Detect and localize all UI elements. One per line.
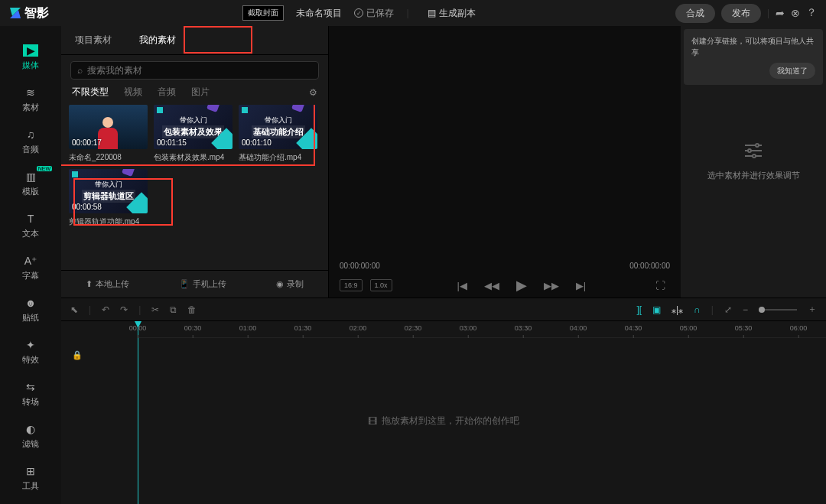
upload-mobile-button[interactable]: 📱手机上传 bbox=[179, 278, 226, 290]
copy-button[interactable]: ⧉ bbox=[170, 304, 177, 315]
pointer-tool-button[interactable]: ⬉ bbox=[70, 304, 78, 315]
asset-thumb[interactable]: 带你入门基础功能介绍00:01:10基础功能介绍.mp4 bbox=[239, 105, 317, 163]
sidebar-label: 转场 bbox=[22, 396, 39, 408]
sidebar-item-6[interactable]: ☻贴纸 bbox=[0, 289, 61, 331]
asset-thumb[interactable]: 00:00:17未命名_220008 bbox=[69, 105, 148, 163]
next-clip-button[interactable]: ▶| bbox=[571, 280, 590, 291]
sidebar-item-2[interactable]: ♫音频 bbox=[0, 121, 61, 163]
filter-audio[interactable]: 音频 bbox=[158, 86, 176, 99]
sidebar-item-8[interactable]: ⇆转场 bbox=[0, 373, 61, 415]
save-status: ✓ 已保存 bbox=[354, 7, 394, 20]
asset-panel: 项目素材 我的素材 ⌕ 不限类型 视频 音频 图片 ⚙ bbox=[61, 26, 329, 298]
ruler-tick: 02:30 bbox=[405, 324, 422, 332]
delete-button[interactable]: 🗑 bbox=[187, 304, 197, 315]
mark-in-button[interactable]: ][ bbox=[636, 304, 642, 315]
upload-icon: ⬆ bbox=[86, 279, 93, 289]
aspect-ratio-button[interactable]: 16:9 bbox=[340, 279, 363, 291]
tip-ok-button[interactable]: 我知道了 bbox=[769, 63, 815, 79]
filter-video[interactable]: 视频 bbox=[124, 86, 142, 99]
asset-filter-row: 不限类型 视频 音频 图片 ⚙ bbox=[61, 86, 328, 105]
help-icon[interactable]: ？ bbox=[806, 6, 817, 20]
prev-clip-button[interactable]: |◀ bbox=[452, 280, 471, 291]
asset-thumb[interactable]: 带你入门剪辑器轨道区00:00:58剪辑器轨道功能.mp4 bbox=[69, 169, 148, 227]
track-lock-icon[interactable]: 🔒 bbox=[72, 350, 83, 360]
asset-thumb[interactable]: 带你入门包装素材及效果00:01:15包装素材及效果.mp4 bbox=[154, 105, 233, 163]
sidebar-item-0[interactable]: ▶媒体 bbox=[0, 37, 61, 79]
publish-button[interactable]: 发布 bbox=[721, 4, 761, 23]
sidebar-icon: ◐ bbox=[23, 423, 38, 435]
undo-button[interactable]: ↶ bbox=[102, 304, 109, 315]
fullscreen-button[interactable]: ⛶ bbox=[651, 280, 670, 291]
logo-mark-icon bbox=[9, 7, 21, 19]
fit-button[interactable]: ⤢ bbox=[724, 304, 732, 315]
share-icon[interactable]: ➦ bbox=[776, 7, 785, 19]
crop-button[interactable]: ▣ bbox=[652, 304, 661, 315]
preview-canvas[interactable] bbox=[329, 26, 681, 259]
compose-button[interactable]: 合成 bbox=[675, 4, 715, 23]
script-icon: ▤ bbox=[428, 8, 436, 18]
zoom-slider[interactable] bbox=[759, 309, 797, 311]
ruler-tick: 04:00 bbox=[570, 324, 587, 332]
sidebar-item-9[interactable]: ◐滤镜 bbox=[0, 415, 61, 457]
timeline-tracks[interactable]: 🔒 🎞 拖放素材到这里，开始你的创作吧 bbox=[61, 338, 826, 504]
sidebar-item-10[interactable]: ⊞工具 bbox=[0, 457, 61, 499]
mobile-icon: 📱 bbox=[179, 279, 190, 289]
record-button[interactable]: ◉录制 bbox=[276, 278, 304, 290]
redo-button[interactable]: ↷ bbox=[120, 304, 128, 315]
tab-project-assets[interactable]: 项目素材 bbox=[61, 26, 125, 54]
sidebar-label: 特效 bbox=[22, 354, 39, 366]
play-button[interactable]: ▶ bbox=[512, 277, 532, 294]
filter-settings-icon[interactable]: ⚙ bbox=[309, 87, 317, 98]
speed-button[interactable]: 1.0x bbox=[370, 279, 392, 291]
zoom-in-button[interactable]: ＋ bbox=[808, 303, 817, 316]
sidebar-item-5[interactable]: A⁺字幕 bbox=[0, 247, 61, 289]
svg-point-3 bbox=[748, 149, 751, 152]
ruler-tick: 03:30 bbox=[515, 324, 532, 332]
search-input[interactable] bbox=[87, 65, 312, 76]
audio-wave-button[interactable]: ⁎|⁎ bbox=[672, 304, 683, 315]
sidebar-item-3[interactable]: ▥模版NEW bbox=[0, 163, 61, 205]
ruler-tick: 01:30 bbox=[294, 324, 312, 332]
asset-search[interactable]: ⌕ bbox=[70, 61, 319, 80]
forward-button[interactable]: ▶▶ bbox=[539, 280, 564, 291]
thumb-name: 包装素材及效果.mp4 bbox=[154, 152, 233, 163]
sidebar-icon: ▥ bbox=[23, 171, 38, 183]
zoom-out-button[interactable]: − bbox=[743, 304, 748, 315]
sidebar-icon: ≋ bbox=[23, 86, 38, 99]
filter-all[interactable]: 不限类型 bbox=[72, 86, 109, 99]
share-tip: 创建分享链接，可以将项目与他人共享 我知道了 bbox=[684, 29, 823, 85]
sidebar-icon: ✦ bbox=[23, 339, 38, 351]
title-bar: 智影 截取封面 未命名项目 ✓ 已保存 | ▤ 生成副本 合成 发布 | ➦ ⊗… bbox=[0, 0, 826, 26]
ruler-tick: 05:30 bbox=[735, 324, 753, 332]
settings-icon[interactable]: ⊗ bbox=[791, 7, 800, 19]
upload-local-button[interactable]: ⬆本地上传 bbox=[86, 278, 129, 290]
rewind-button[interactable]: ◀◀ bbox=[480, 280, 504, 291]
thumb-duration: 00:01:10 bbox=[242, 138, 272, 147]
ruler-tick: 00:00 bbox=[129, 324, 147, 332]
ruler-tick: 02:00 bbox=[350, 324, 367, 332]
sidebar-item-4[interactable]: T文本 bbox=[0, 205, 61, 247]
sidebar-label: 文本 bbox=[22, 228, 39, 239]
sidebar-item-1[interactable]: ≋素材 bbox=[0, 79, 61, 121]
magnet-button[interactable]: ∩ bbox=[694, 304, 701, 315]
highlight-box-tab bbox=[184, 26, 252, 54]
upload-row: ⬆本地上传 📱手机上传 ◉录制 bbox=[61, 270, 328, 298]
svg-point-1 bbox=[756, 144, 759, 147]
preview-time-current: 00:00:00:00 bbox=[340, 262, 380, 270]
film-icon: 🎞 bbox=[368, 416, 377, 427]
timeline-drop-hint: 🎞 拖放素材到这里，开始你的创作吧 bbox=[368, 415, 519, 428]
filter-image[interactable]: 图片 bbox=[191, 86, 210, 99]
sidebar-item-7[interactable]: ✦特效 bbox=[0, 331, 61, 373]
generate-script-button[interactable]: ▤ 生成副本 bbox=[421, 4, 482, 23]
timeline-ruler[interactable]: 00:0000:3001:0001:3002:0002:3003:0003:30… bbox=[138, 321, 826, 338]
split-button[interactable]: ✂ bbox=[151, 304, 159, 315]
title-center: 截取封面 未命名项目 ✓ 已保存 | ▤ 生成副本 bbox=[242, 4, 481, 23]
ruler-tick: 01:00 bbox=[239, 324, 257, 332]
sidebar-label: 素材 bbox=[22, 102, 39, 113]
tab-my-assets[interactable]: 我的素材 bbox=[125, 26, 190, 54]
project-name[interactable]: 未命名项目 bbox=[296, 7, 342, 20]
sidebar-icon: ☻ bbox=[23, 297, 38, 309]
cover-capture-button[interactable]: 截取封面 bbox=[242, 5, 284, 21]
new-badge: NEW bbox=[37, 166, 52, 171]
sliders-icon bbox=[743, 142, 763, 164]
